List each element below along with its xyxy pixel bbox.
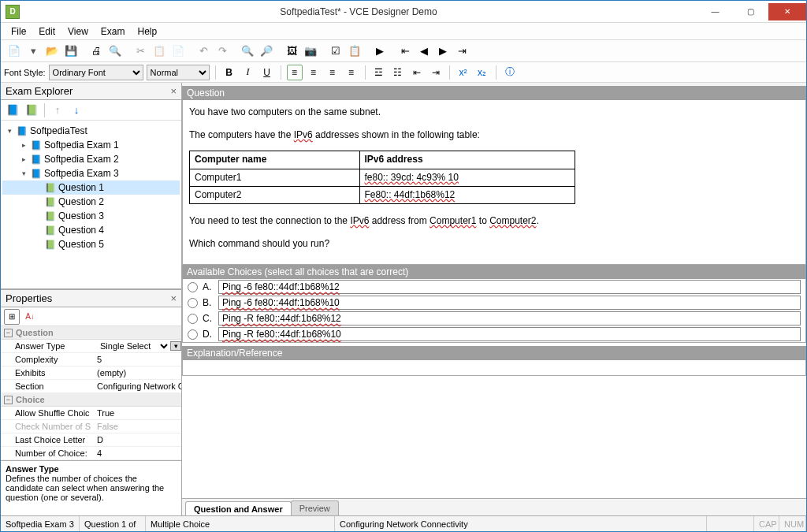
new-dropdown[interactable]: ▾ [24, 43, 42, 60]
property-value[interactable]: True [95, 408, 181, 418]
menu-file[interactable]: File [6, 24, 32, 39]
property-value[interactable]: D [95, 435, 181, 445]
tab-preview[interactable]: Preview [291, 500, 339, 515]
property-category[interactable]: −Question [1, 326, 181, 340]
collapse-icon[interactable]: − [4, 396, 13, 404]
open-button[interactable]: 📂 [43, 43, 61, 60]
property-value[interactable]: False [95, 422, 181, 431]
explanation-input[interactable] [182, 360, 806, 376]
property-row[interactable]: Number of Choice:4 [1, 447, 181, 460]
tree-item[interactable]: ▸📘Softpedia Exam 1 [2, 138, 180, 152]
property-value[interactable]: Single Select▾ [95, 340, 181, 352]
tree-item[interactable]: ▾📘SoftpediaTest [2, 124, 180, 138]
italic-button[interactable]: I [240, 65, 256, 80]
print-button[interactable]: 🖨 [87, 43, 105, 60]
property-value[interactable]: (empty) [95, 368, 181, 378]
zoom-in-button[interactable]: 🔍 [239, 43, 256, 60]
superscript-button[interactable]: x² [456, 65, 471, 80]
property-row[interactable]: Complexity5 [1, 353, 181, 366]
tree-item[interactable]: ▸📘Softpedia Exam 2 [2, 152, 180, 166]
print-preview-button[interactable]: 🔍 [106, 43, 124, 60]
close-button[interactable]: ✕ [768, 3, 806, 20]
property-row[interactable]: Check Number of SFalse [1, 420, 181, 433]
tree-item[interactable]: ▸📗Question 4 [2, 223, 180, 237]
tree-twist-icon[interactable]: ▾ [6, 127, 14, 136]
choice-text-input[interactable]: Ping -6 fe80::44df:1b68%10 [218, 296, 801, 310]
font-family-select[interactable]: Ordinary Font [49, 65, 143, 80]
choice-radio[interactable] [188, 314, 198, 324]
image-button[interactable]: 🖼 [283, 43, 300, 60]
tree-item[interactable]: ▸📗Question 5 [2, 237, 180, 251]
menu-help[interactable]: Help [132, 24, 163, 39]
bold-button[interactable]: B [221, 65, 237, 80]
property-value-select[interactable]: Single Select [97, 340, 170, 352]
property-row[interactable]: Last Choice LetterD [1, 433, 181, 447]
choice-radio[interactable] [188, 298, 198, 308]
choice-text-input[interactable]: Ping -R fe80::44df:1b68%10 [218, 327, 801, 341]
exam-tree[interactable]: ▾📘SoftpediaTest▸📘Softpedia Exam 1▸📘Softp… [1, 121, 181, 288]
collapse-icon[interactable]: − [4, 329, 13, 337]
categorize-button[interactable]: ⊞ [4, 309, 20, 325]
undo-button[interactable]: ↶ [195, 43, 212, 60]
tab-question-answer[interactable]: Question and Answer [185, 501, 292, 515]
new-button[interactable]: 📄 [6, 43, 23, 60]
subscript-button[interactable]: x₂ [474, 65, 490, 80]
properties-grid[interactable]: −QuestionAnswer TypeSingle Select▾Comple… [1, 326, 181, 460]
nav-next-button[interactable]: ▶ [434, 43, 452, 60]
menu-view[interactable]: View [62, 24, 94, 39]
screenshot-button[interactable]: 📷 [302, 43, 319, 60]
property-value[interactable]: 5 [95, 355, 181, 364]
align-center-button[interactable]: ≡ [306, 65, 322, 80]
list-button[interactable]: 📋 [346, 43, 363, 60]
move-up-button[interactable]: ↑ [49, 102, 66, 119]
property-row[interactable]: SectionConfiguring Network C [1, 380, 181, 393]
align-left-button[interactable]: ≡ [287, 65, 303, 80]
choice-radio[interactable] [188, 282, 198, 292]
tree-item[interactable]: ▸📗Question 1 [2, 180, 180, 195]
minimize-button[interactable]: — [697, 3, 733, 20]
underline-button[interactable]: U [259, 65, 275, 80]
tree-twist-icon[interactable]: ▸ [20, 155, 28, 164]
align-right-button[interactable]: ≡ [325, 65, 340, 80]
nav-prev-button[interactable]: ◀ [415, 43, 433, 60]
choice-radio[interactable] [188, 329, 198, 340]
tree-item[interactable]: ▸📗Question 3 [2, 209, 180, 223]
maximize-button[interactable]: ▢ [733, 3, 768, 20]
add-exam-button[interactable]: 📘 [4, 102, 21, 119]
nav-first-button[interactable]: ⇤ [396, 43, 414, 60]
save-button[interactable]: 💾 [62, 43, 80, 60]
nav-last-button[interactable]: ⇥ [453, 43, 470, 60]
indent-button[interactable]: ⇥ [428, 65, 444, 80]
move-down-button[interactable]: ↓ [68, 102, 85, 119]
zoom-out-button[interactable]: 🔎 [258, 43, 275, 60]
property-row[interactable]: Exhibits(empty) [1, 366, 181, 380]
dropdown-icon[interactable]: ▾ [170, 341, 181, 351]
font-style-select[interactable]: Normal [147, 65, 210, 80]
choice-text-input[interactable]: Ping -6 fe80::44df:1b68%12 [218, 280, 801, 294]
copy-button[interactable]: 📋 [151, 43, 168, 60]
paste-button[interactable]: 📄 [169, 43, 187, 60]
numbered-list-button[interactable]: ☲ [371, 65, 387, 80]
check-button[interactable]: ☑ [327, 43, 344, 60]
bullet-list-button[interactable]: ☷ [390, 65, 406, 80]
menu-exam[interactable]: Exam [95, 24, 131, 39]
sort-button[interactable]: A↓ [22, 309, 38, 325]
property-row[interactable]: Allow Shuffle ChoicTrue [1, 407, 181, 420]
redo-button[interactable]: ↷ [214, 43, 231, 60]
choice-text-input[interactable]: Ping -R fe80::44df:1b68%12 [218, 311, 801, 326]
help-button[interactable]: ⓘ [502, 65, 518, 80]
cut-button[interactable]: ✂ [132, 43, 149, 60]
tree-item[interactable]: ▾📘Softpedia Exam 3 [2, 166, 180, 180]
property-category[interactable]: −Choice [1, 393, 181, 407]
property-value[interactable]: 4 [95, 448, 181, 458]
add-question-button[interactable]: 📗 [23, 102, 40, 119]
menu-edit[interactable]: Edit [33, 24, 61, 39]
run-button[interactable]: ▶ [371, 43, 389, 60]
panel-close-icon[interactable]: × [170, 85, 177, 97]
property-value[interactable]: Configuring Network C [95, 381, 181, 391]
align-justify-button[interactable]: ≡ [344, 65, 359, 80]
tree-item[interactable]: ▸📗Question 2 [2, 195, 180, 209]
tree-twist-icon[interactable]: ▾ [20, 169, 28, 178]
tree-twist-icon[interactable]: ▸ [20, 141, 28, 150]
outdent-button[interactable]: ⇤ [409, 65, 425, 80]
